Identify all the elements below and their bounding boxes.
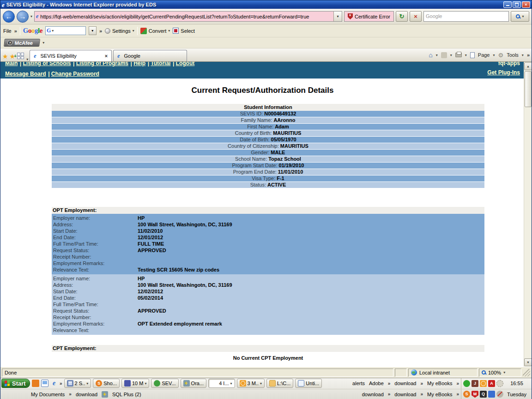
settings-button[interactable]: Settings ▾ [105, 28, 134, 34]
taskbar-link-download2[interactable]: download [76, 392, 97, 397]
nav-link-main[interactable]: Main [5, 62, 18, 66]
scroll-down-icon[interactable]: ▼ [524, 358, 532, 366]
taskbar-button-2s[interactable]: 2 S..▾ [64, 379, 91, 388]
clock-tray-icon[interactable] [480, 380, 487, 387]
add-favorite-icon[interactable]: ★ [10, 51, 16, 61]
toolbar-overflow-icon[interactable]: » [388, 392, 391, 397]
url-dropdown-icon[interactable]: ▾ [333, 12, 342, 21]
search-input[interactable]: Google [423, 11, 509, 22]
history-dropdown-icon[interactable]: ▾ [30, 14, 32, 18]
q-tray-icon[interactable]: Q [480, 391, 487, 398]
taskbar-button-10m[interactable]: 10 M▾ [121, 379, 149, 388]
url-field[interactable]: e https://fqt-web/emerald/sevis/action/e… [34, 11, 342, 22]
taskbar-link-my-ebooks2[interactable]: My eBooks [427, 392, 452, 397]
taskbar-button-sho[interactable]: SSho... [93, 379, 120, 388]
quick-launch-overflow-icon[interactable]: » [60, 381, 62, 386]
print-icon[interactable] [455, 53, 462, 57]
nav-link-message-board[interactable]: Message Board [5, 71, 46, 77]
tab-sevis-eligibility[interactable]: e SEVIS Eligibility × [30, 50, 112, 61]
google-g-dropdown-icon[interactable]: ▾ [52, 29, 54, 33]
command-bar-overflow-icon[interactable]: » [527, 52, 530, 58]
restore-button[interactable] [513, 1, 521, 8]
taskbar-link-download3[interactable]: download [362, 392, 384, 397]
nav-link-logout[interactable]: Logout [176, 62, 195, 66]
adobe-tray-icon[interactable]: A [488, 380, 495, 387]
nav-link-change-password[interactable]: Change Password [51, 71, 99, 77]
zoom-control[interactable]: 100% ▾ [479, 369, 521, 377]
search-dropdown-icon[interactable]: ▾ [522, 12, 524, 21]
quick-tabs-icon[interactable] [17, 52, 25, 60]
toolbar-overflow-icon[interactable]: » [456, 381, 459, 386]
updates-tray-icon[interactable] [496, 380, 503, 387]
taskbar-button-3m[interactable]: 3 M..▾ [237, 379, 265, 388]
toolbar-overflow-icon[interactable]: » [69, 392, 72, 397]
network-tray-icon[interactable] [488, 391, 495, 398]
taskbar-link-sqlplus[interactable]: SQL Plus (2) [112, 392, 141, 397]
nav-link-listing-of-schools[interactable]: Listing of Schools [23, 62, 71, 66]
mcafee-tray-icon[interactable]: M [472, 391, 478, 398]
nav-link-tutorial[interactable]: Tutorial [151, 62, 170, 66]
taskbar-link-download4[interactable]: download [394, 392, 416, 397]
taskbar-button-sev[interactable]: SEV... [151, 379, 178, 388]
forward-button[interactable]: → [17, 11, 29, 23]
taskbar-link-alerts[interactable]: alerts [352, 381, 365, 386]
convert-button[interactable]: Convert ▾ [140, 28, 170, 34]
java-tray-icon[interactable]: J [472, 380, 478, 387]
sync-tray-icon[interactable] [463, 380, 470, 387]
taskbar-button-folder[interactable]: L:\C... [266, 379, 293, 388]
scroll-up-icon[interactable]: ▲ [524, 62, 532, 70]
tools-gear-icon[interactable]: ⚙ [498, 52, 504, 59]
search-button[interactable]: ▾ [511, 11, 529, 22]
back-button[interactable]: ← [3, 11, 15, 23]
taskbar-row-2: My Documents » download SQL Plus (2) dow… [0, 389, 532, 399]
google-toolbar-overflow-icon[interactable]: » [99, 28, 102, 34]
mcafee-button[interactable]: ? McAfee [4, 39, 40, 47]
taskbar-button-untitled[interactable]: Unti... [295, 379, 322, 388]
page-menu[interactable]: Page [478, 52, 490, 58]
zoom-dropdown-icon[interactable]: ▾ [503, 370, 505, 375]
toolbar-overflow-icon[interactable]: » [420, 381, 423, 386]
nav-link-help[interactable]: Help [133, 62, 145, 66]
start-button[interactable]: Start [1, 379, 30, 388]
quick-launch-app-icon[interactable] [32, 380, 39, 387]
menu-file[interactable]: File [3, 28, 12, 34]
toolbar-overflow-icon[interactable]: » [456, 392, 459, 397]
tab-close-icon[interactable]: × [105, 53, 108, 59]
disconnected-tray-icon[interactable] [496, 391, 503, 398]
stop-button[interactable]: × [410, 11, 422, 22]
search-icon [516, 14, 520, 18]
mcafee-dropdown-icon[interactable]: ▾ [42, 41, 44, 45]
taskbar-link-my-ebooks[interactable]: My eBooks [427, 381, 452, 386]
resize-grip[interactable] [523, 369, 530, 376]
minimize-button[interactable] [503, 1, 512, 8]
vertical-scrollbar[interactable]: ▲ ▼ [524, 62, 532, 367]
feeds-icon[interactable] [441, 52, 447, 58]
home-icon[interactable]: ⌂ [429, 51, 432, 59]
certificate-error-button[interactable]: Certificate Error [344, 11, 394, 22]
select-button[interactable]: Select [173, 28, 195, 34]
toolbar-overflow-icon[interactable]: » [420, 392, 423, 397]
refresh-button[interactable]: ↻ [396, 11, 408, 22]
nav-link-listing-of-programs[interactable]: Listing of Programs [76, 62, 128, 66]
close-button[interactable]: × [522, 1, 530, 8]
quick-launch-ie-icon[interactable]: e [50, 380, 58, 387]
taskbar-button-ora[interactable]: Ora... [181, 379, 207, 388]
nav-link-get-plugins[interactable]: Get Plug-Ins [487, 69, 520, 79]
toolbar-overflow-icon[interactable]: » [388, 381, 391, 386]
s-tray-icon[interactable]: S [463, 391, 470, 398]
taskbar-link-adobe[interactable]: Adobe [369, 381, 384, 386]
tools-menu[interactable]: Tools [507, 52, 519, 58]
favorites-star-icon[interactable]: ★ [2, 51, 8, 61]
show-desktop-icon[interactable] [41, 380, 48, 387]
tab-list-dropdown-icon[interactable]: ▾ [26, 57, 28, 61]
google-search-input[interactable]: G ▾ [45, 26, 86, 35]
convert-dropdown-icon[interactable]: ▾ [168, 29, 170, 33]
page-menu-icon[interactable] [470, 52, 475, 58]
menu-overflow-icon[interactable]: » [14, 28, 17, 34]
google-search-dropdown[interactable]: ▾ [89, 26, 97, 35]
taskbar-link-download[interactable]: download [394, 381, 416, 386]
tab-google[interactable]: e Google [113, 50, 187, 61]
scrollbar-thumb[interactable] [525, 71, 532, 107]
taskbar-link-my-documents[interactable]: My Documents [31, 392, 65, 397]
taskbar-button-ie-group[interactable]: e4 I...▾ [208, 379, 235, 388]
